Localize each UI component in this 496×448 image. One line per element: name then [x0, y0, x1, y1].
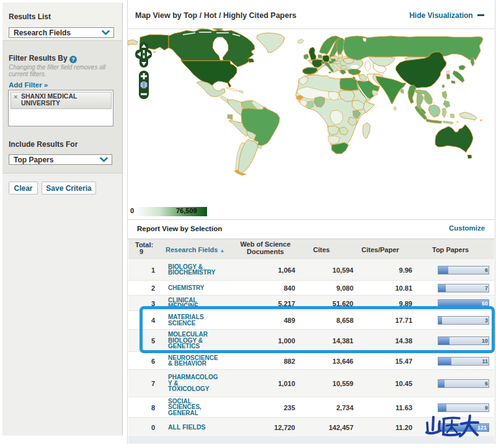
svg-text:0: 0: [130, 207, 134, 214]
svg-text:76,509: 76,509: [176, 207, 197, 214]
